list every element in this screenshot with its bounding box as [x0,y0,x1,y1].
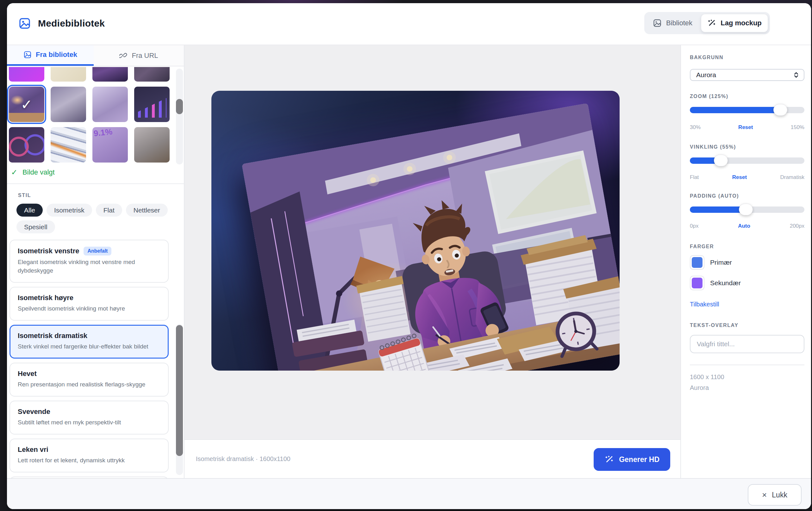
zoom-slider-labels: 30% Reset 150% [690,124,804,130]
chip-spesiell[interactable]: Spesiell [17,220,55,233]
thumbnail-selected[interactable]: ✓ [9,87,44,122]
style-card-leken-vri[interactable]: Leken vri Lett rotert for et lekent, dyn… [9,439,169,473]
thumbnail[interactable] [134,87,170,122]
modal-footer: × Lukk [7,478,811,509]
chevron-updown-icon [793,71,799,79]
thumbnails-scrollbar[interactable] [176,69,183,164]
slider-handle[interactable] [714,155,728,166]
text-overlay-label: TEKST-OVERLAY [690,323,804,328]
mockup-preview [211,91,619,370]
chip-alle[interactable]: Alle [17,204,43,217]
chip-flat[interactable]: Flat [96,204,122,217]
media-library-modal: Mediebibliotek Bibliotek Lag mockup Fra … [7,3,811,509]
thumbnail[interactable] [9,67,44,82]
slider-fill [690,207,746,213]
primary-color-swatch[interactable] [690,255,704,270]
view-switcher: Bibliotek Lag mockup [644,12,770,34]
source-panel: Fra bibliotek Fra URL ✓ [7,45,184,478]
create-mockup-view-button[interactable]: Lag mockup [701,14,768,32]
primary-color-row: Primær [690,255,804,270]
preview-artwork [242,103,619,370]
styles-scrollbar[interactable] [176,324,183,475]
brand: Mediebibliotek [18,17,105,30]
thumbnail-percent-label: 9.1% [93,127,113,139]
thumbnail[interactable] [134,127,170,162]
style-card-svevende[interactable]: Svevende Subtilt løftet med en myk persp… [9,401,169,434]
style-card-isometrisk-dramatisk[interactable]: Isometrisk dramatisk Sterk vinkel med fa… [9,325,169,359]
check-icon: ✓ [9,87,44,122]
thumbnail[interactable] [92,67,128,82]
style-card-isometrisk-hoyre[interactable]: Isometrisk høyre Speilvendt isometrisk v… [9,287,169,321]
background-label: BAKGRUNN [690,55,804,60]
media-library-icon [18,17,31,30]
generate-hd-button[interactable]: Generer HD [593,448,670,471]
style-card-hevet[interactable]: Hevet Ren presentasjon med realistisk fl… [9,363,169,396]
close-icon: × [762,490,767,500]
tab-from-library[interactable]: Fra bibliotek [7,45,94,66]
chip-isometrisk[interactable]: Isometrisk [47,204,92,217]
thumbnail[interactable] [9,127,44,162]
dimensions-info: 1600 x 1100 [690,373,804,381]
link-icon [119,52,127,60]
check-icon: ✓ [11,168,18,177]
image-selected-status: ✓ Bilde valgt [11,168,55,177]
modal-header: Mediebibliotek Bibliotek Lag mockup [7,3,811,45]
style-section: STIL Alle Isometrisk Flat Nettleser Spes… [7,184,184,478]
settings-panel: BAKGRUNN Aurora ZOOM (125%) 30% Reset 15… [680,45,811,478]
reset-colors-link[interactable]: Tilbakestill [690,301,804,308]
slider-fill [690,107,780,113]
thumbnail[interactable] [51,127,86,162]
angle-slider-labels: Flat Reset Dramatisk [690,174,804,181]
zoom-reset-link[interactable]: Reset [738,124,753,130]
angle-slider[interactable] [690,157,804,164]
scrollbar-thumb[interactable] [176,325,183,456]
thumbnail[interactable] [51,67,86,82]
preview-toolbar: Isometrisk dramatisk · 1600x1100 Generer… [184,439,680,478]
padding-auto-link[interactable]: Auto [738,223,750,229]
image-icon [653,19,662,28]
angle-reset-link[interactable]: Reset [732,174,747,181]
thumbnail-grid-viewport: ✓ 9.1% [7,67,184,164]
preview-status: Isometrisk dramatisk · 1600x1100 [196,440,290,478]
background-select[interactable]: Aurora [690,69,804,81]
close-button[interactable]: × Lukk [748,484,802,506]
padding-slider-labels: 0px Auto 200px [690,223,804,229]
angle-label: VINKLING (55%) [690,144,804,150]
recommended-badge: Anbefalt [84,247,111,256]
style-card-isometrisk-venstre[interactable]: Isometrisk venstre Anbefalt Elegant isom… [9,240,169,283]
chart-thumb-bars [138,98,167,118]
thumbnail[interactable] [92,87,128,122]
style-filter-chips: Alle Isometrisk Flat Nettleser Spesiell [17,204,175,233]
padding-label: PADDING (AUTO) [690,193,804,199]
zoom-label: ZOOM (125%) [690,94,804,99]
slider-handle[interactable] [739,204,753,215]
image-icon [23,51,32,59]
padding-slider[interactable] [690,207,804,213]
tab-from-url[interactable]: Fra URL [94,45,184,66]
title-input[interactable] [690,335,804,353]
source-tabs: Fra bibliotek Fra URL [7,45,184,66]
office-illustration [242,103,619,370]
divider [690,365,804,365]
library-view-button[interactable]: Bibliotek [644,12,701,34]
zoom-slider[interactable] [690,107,804,113]
preview-canvas: Isometrisk dramatisk · 1600x1100 Generer… [184,45,680,478]
thumbnail[interactable] [134,67,170,82]
slider-handle[interactable] [774,104,787,116]
wand-icon [707,19,716,28]
thumbnail-grid: ✓ 9.1% [9,67,170,162]
chip-nettleser[interactable]: Nettleser [126,204,168,217]
scrollbar-thumb[interactable] [176,99,183,114]
style-section-label: STIL [18,192,31,198]
wand-icon [604,455,614,464]
style-cards: Isometrisk venstre Anbefalt Elegant isom… [9,240,169,478]
page-title: Mediebibliotek [38,18,105,29]
secondary-color-row: Sekundær [690,276,804,290]
secondary-color-swatch[interactable] [690,276,704,290]
thumbnail[interactable]: 9.1% [92,127,128,162]
thumbnail[interactable] [51,87,86,122]
background-name-info: Aurora [690,384,804,391]
colors-label: FARGER [690,244,804,249]
